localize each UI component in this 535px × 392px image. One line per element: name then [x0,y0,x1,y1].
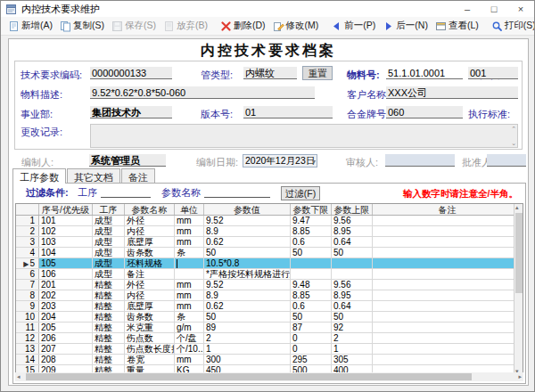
toolbar-button-new-doc[interactable]: 新增(A) [4,19,56,33]
cell-hi[interactable]: 305 [332,355,373,364]
cell-val[interactable]: 50 [204,312,291,322]
cell-lo[interactable]: 295 [291,355,332,364]
cell-val[interactable]: 10.5*0.8 [204,258,291,268]
cell-val[interactable]: 89 [204,323,291,332]
column-header[interactable]: 参数上限 [332,204,373,215]
cell-proc[interactable]: 精整 [93,280,125,290]
cell-hi[interactable]: 50 [332,248,373,257]
cell-name[interactable]: 伤点数长度控制 [125,344,175,354]
cell-seq[interactable]: 103 [39,237,93,247]
cell-lo[interactable]: 0 [291,333,332,343]
cell-proc[interactable]: 精整 [93,323,125,332]
cell-hi[interactable]: 9.56 [332,216,373,225]
cell-note[interactable] [373,258,523,268]
row-header[interactable]: 11 [16,323,39,332]
change-record-textarea[interactable]: ⌃ ⌄ [90,124,518,148]
cell-proc[interactable]: 成型 [93,269,125,279]
column-header[interactable]: 工序 [93,204,125,215]
cell-name[interactable]: 齿条数 [125,248,175,257]
column-header[interactable]: 参数下限 [291,204,332,215]
row-header[interactable]: 8 [16,290,39,300]
cell-lo[interactable]: 87 [291,323,332,332]
cell-note[interactable] [373,237,523,247]
cell-hi[interactable]: 92 [332,323,373,332]
cell-lo[interactable] [291,269,332,279]
cell-note[interactable] [373,355,523,364]
row-header[interactable]: 7 [16,280,39,290]
toolbar-button-delete[interactable]: 删除(D) [217,19,269,33]
cell-name[interactable]: 米克重 [125,323,175,332]
cell-proc[interactable]: 精整 [93,333,125,343]
cell-note[interactable] [373,344,523,354]
cell-val[interactable]: 9.52 [204,216,291,225]
scroll-up-icon[interactable]: ⌃ [511,126,516,132]
reset-button[interactable]: 重置 [302,66,333,80]
toolbar-button-next[interactable]: 后一(N) [379,19,432,33]
cell-proc[interactable]: 成型 [93,237,125,247]
cell-name[interactable]: 卷宽 [125,355,175,364]
cell-unit[interactable]: mm [175,280,204,290]
cell-proc[interactable]: 成型 [93,226,125,236]
toolbar-button-print[interactable]: 打印(S) [488,19,535,33]
cell-name[interactable]: 伤点数 [125,333,175,343]
table-row[interactable]: 10204精整齿条数条505050 [16,312,523,323]
table-row[interactable]: 3103成型底壁厚mm0.620.60.64 [16,237,523,248]
cell-name[interactable]: 外径 [125,216,175,225]
cell-note[interactable] [373,216,523,225]
table-row[interactable]: 7201精整外径mm9.529.489.56 [16,280,523,290]
alloy-grade-field[interactable]: 060 [386,106,463,118]
cell-note[interactable] [373,280,523,290]
row-header[interactable]: 4 [16,248,39,257]
cell-unit[interactable]: mm [175,237,204,247]
cell-unit[interactable]: mm [175,301,204,311]
cell-hi[interactable]: 9.56 [332,280,373,290]
cell-unit[interactable]: mm [175,290,204,300]
filter-process-input[interactable] [101,186,151,198]
cell-proc[interactable]: 精整 [93,290,125,300]
cell-unit[interactable]: 个/盘 [175,333,204,343]
row-header[interactable]: 10 [16,312,39,322]
table-row[interactable]: 6106成型备注*严格按坯料规格进行上料* [16,269,523,280]
filter-param-input[interactable] [204,186,270,198]
cell-seq[interactable]: 205 [39,323,93,332]
compile-date-combo[interactable]: 2020年12月23日 ▾ [243,154,317,167]
column-header[interactable]: 参数名称 [125,204,175,215]
cell-seq[interactable]: 201 [39,280,93,290]
cell-lo[interactable]: 0 [291,344,332,354]
cell-note[interactable] [373,323,523,332]
cell-name[interactable]: 坯料规格 [125,258,175,268]
cell-unit[interactable]: mm [175,355,204,364]
customer-code-field[interactable]: 001 [468,67,518,79]
table-row[interactable]: 1101成型外径mm9.529.479.56 [16,216,523,226]
row-header[interactable]: 9 [16,301,39,311]
chevron-down-icon[interactable]: ▾ [312,156,316,167]
cell-unit[interactable]: 个/10... [175,344,204,354]
tube-type-field[interactable]: 内螺纹 [243,67,297,79]
toolbar-button-prev[interactable]: 前一(P) [327,19,379,33]
cell-proc[interactable]: 精整 [93,344,125,354]
cell-lo[interactable]: 9.48 [291,280,332,290]
scrollbar-thumb[interactable] [515,213,523,293]
cell-name[interactable]: 内径 [125,290,175,300]
cell-unit[interactable]: 条 [175,248,204,257]
cell-seq[interactable]: 208 [39,355,93,364]
scrollbar-thumb[interactable] [26,373,472,380]
cell-hi[interactable] [332,258,373,268]
cell-note[interactable] [373,301,523,311]
table-row[interactable]: 4104成型齿条数条505050 [16,248,523,258]
cell-unit[interactable] [175,258,204,268]
cell-val[interactable]: 9.52 [204,280,291,290]
material-no-field[interactable]: 51.1.01.0001 [386,67,463,79]
cell-lo[interactable]: 9.47 [291,216,332,225]
table-row[interactable]: 2102成型内径mm8.98.858.95 [16,226,523,237]
toolbar-button-copy[interactable]: 复制(S) [56,19,108,33]
row-header[interactable]: 1 [16,216,39,225]
cell-name[interactable]: 底壁厚 [125,301,175,311]
column-header[interactable]: 单位 [175,204,204,215]
toolbar-button-view[interactable]: 查看(L) [432,19,482,33]
cell-hi[interactable]: 1 [332,344,373,354]
table-row[interactable]: 9203精整底壁厚mm0.620.60.64 [16,301,523,312]
cell-proc[interactable]: 成型 [93,216,125,225]
cell-seq[interactable]: 204 [39,312,93,322]
column-header[interactable]: 序号/优先级 [39,204,93,215]
